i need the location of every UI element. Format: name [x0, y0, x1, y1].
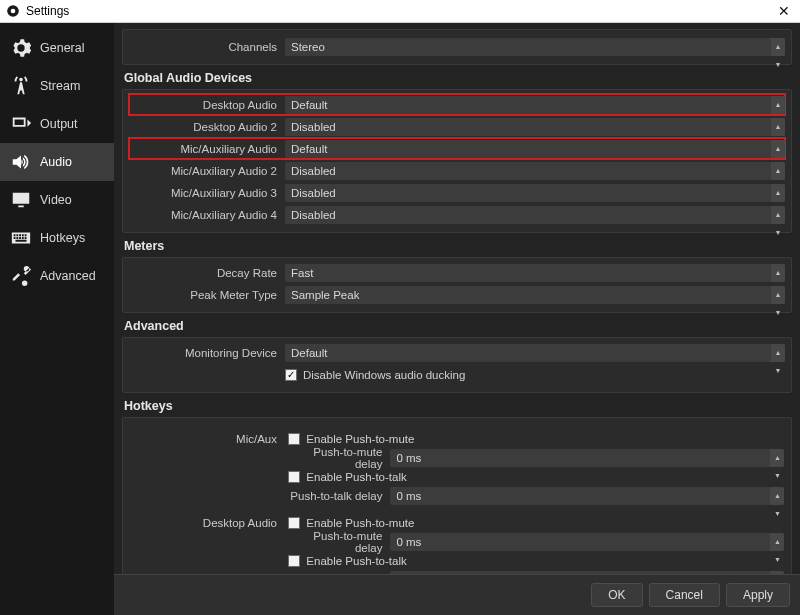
spin-control[interactable]: ▲▼	[770, 449, 784, 467]
mic-ptm-delay-field[interactable]: 0 ms ▲▼	[390, 449, 784, 467]
mic-aux-audio-4-row: Mic/Auxiliary Audio 4 Disabled ▲▼	[129, 204, 785, 225]
mic-ptt-delay-value: 0 ms	[396, 490, 421, 502]
sidebar-item-label: Output	[40, 117, 78, 131]
mic-ptt-delay-field[interactable]: 0 ms ▲▼	[390, 487, 784, 505]
ok-button[interactable]: OK	[591, 583, 642, 607]
desktop-audio-2-value: Disabled	[291, 121, 336, 133]
app-icon	[6, 4, 20, 18]
spin-control[interactable]: ▲▼	[771, 162, 785, 180]
desktop-audio-2-select[interactable]: Disabled ▲▼	[285, 118, 785, 136]
monitoring-device-value: Default	[291, 347, 327, 359]
cancel-button[interactable]: Cancel	[649, 583, 720, 607]
peak-meter-value: Sample Peak	[291, 289, 359, 301]
desk-ptm-delay-field[interactable]: 0 ms ▲▼	[390, 533, 784, 551]
meters-panel: Decay Rate Fast ▲▼ Peak Meter Type Sampl…	[122, 257, 792, 313]
sidebar-item-label: Hotkeys	[40, 231, 85, 245]
mic-aux-audio-value: Default	[291, 143, 327, 155]
mic-ptm-checkbox[interactable]: Enable Push-to-mute	[288, 433, 414, 445]
desk-ptt-delay-field[interactable]: 0 ms ▲▼	[390, 571, 784, 574]
spin-control[interactable]: ▲▼	[771, 140, 785, 158]
channels-value: Stereo	[291, 41, 325, 53]
mic-aux-audio-row: Mic/Auxiliary Audio Default ▲▼	[129, 138, 785, 159]
peak-meter-select[interactable]: Sample Peak ▲▼	[285, 286, 785, 304]
close-button[interactable]: ✕	[772, 3, 796, 19]
mic-aux-audio-3-label: Mic/Auxiliary Audio 3	[129, 187, 285, 199]
svg-point-1	[11, 9, 16, 14]
desk-ptt-checkbox[interactable]: Enable Push-to-talk	[288, 555, 406, 567]
spin-control[interactable]: ▲▼	[771, 286, 785, 304]
spin-control[interactable]: ▲▼	[771, 206, 785, 224]
hotkeys-group-label: Mic/Aux	[129, 430, 285, 448]
decay-rate-value: Fast	[291, 267, 313, 279]
ducking-label: Disable Windows audio ducking	[303, 369, 465, 381]
meters-title: Meters	[124, 239, 792, 253]
mic-aux-audio-4-value: Disabled	[291, 209, 336, 221]
mic-aux-audio-select[interactable]: Default ▲▼	[285, 140, 785, 158]
mic-ptt-checkbox[interactable]: Enable Push-to-talk	[288, 471, 406, 483]
spin-control[interactable]: ▲▼	[770, 487, 784, 505]
desktop-audio-label: Desktop Audio	[129, 99, 285, 111]
monitoring-device-select[interactable]: Default ▲▼	[285, 344, 785, 362]
hotkeys-panel: Mic/Aux Enable Push-to-mute Push-to-mute…	[122, 417, 792, 574]
channels-select[interactable]: Stereo ▲▼	[285, 38, 785, 56]
checkbox-box	[288, 517, 300, 529]
spin-control[interactable]: ▲▼	[771, 184, 785, 202]
window-title: Settings	[26, 4, 69, 18]
tools-icon	[10, 265, 32, 287]
desk-ptt-label: Enable Push-to-talk	[306, 555, 406, 567]
desktop-audio-select[interactable]: Default ▲▼	[285, 96, 785, 114]
sidebar-item-audio[interactable]: Audio	[0, 143, 114, 181]
desktop-audio-row: Desktop Audio Default ▲▼	[129, 94, 785, 115]
mic-aux-audio-label: Mic/Auxiliary Audio	[129, 143, 285, 155]
keyboard-icon	[10, 227, 32, 249]
checkbox-box	[288, 471, 300, 483]
decay-rate-select[interactable]: Fast ▲▼	[285, 264, 785, 282]
sidebar-item-output[interactable]: Output	[0, 105, 114, 143]
sidebar-item-video[interactable]: Video	[0, 181, 114, 219]
spin-control[interactable]: ▲▼	[771, 38, 785, 56]
checkbox-box	[288, 555, 300, 567]
spin-control[interactable]: ▲▼	[771, 96, 785, 114]
sidebar-item-advanced[interactable]: Advanced	[0, 257, 114, 295]
monitoring-device-label: Monitoring Device	[129, 347, 285, 359]
sidebar: General Stream Output Audio	[0, 23, 114, 615]
hotkeys-group-mic-aux: Mic/Aux Enable Push-to-mute Push-to-mute…	[129, 430, 785, 506]
sidebar-item-label: Audio	[40, 155, 72, 169]
desktop-audio-2-label: Desktop Audio 2	[129, 121, 285, 133]
mic-aux-audio-2-label: Mic/Auxiliary Audio 2	[129, 165, 285, 177]
sidebar-item-label: Advanced	[40, 269, 96, 283]
output-icon	[10, 113, 32, 135]
spin-control[interactable]: ▲▼	[770, 533, 784, 551]
mic-aux-audio-3-row: Mic/Auxiliary Audio 3 Disabled ▲▼	[129, 182, 785, 203]
checkbox-box: ✓	[285, 369, 297, 381]
sidebar-item-stream[interactable]: Stream	[0, 67, 114, 105]
sidebar-item-label: General	[40, 41, 84, 55]
desk-ptm-checkbox[interactable]: Enable Push-to-mute	[288, 517, 414, 529]
mic-ptm-label: Enable Push-to-mute	[306, 433, 414, 445]
desk-ptm-delay-value: 0 ms	[396, 536, 421, 548]
ducking-checkbox[interactable]: ✓ Disable Windows audio ducking	[285, 369, 465, 381]
spin-control[interactable]: ▲▼	[770, 571, 784, 574]
mic-aux-audio-2-select[interactable]: Disabled ▲▼	[285, 162, 785, 180]
hotkeys-group-label: Desktop Audio	[129, 514, 285, 532]
sidebar-item-label: Stream	[40, 79, 80, 93]
footer: OK Cancel Apply	[114, 574, 800, 615]
titlebar: Settings ✕	[0, 0, 800, 23]
spin-control[interactable]: ▲▼	[771, 344, 785, 362]
mic-ptm-delay-value: 0 ms	[396, 452, 421, 464]
desktop-audio-value: Default	[291, 99, 327, 111]
mic-aux-audio-3-select[interactable]: Disabled ▲▼	[285, 184, 785, 202]
sidebar-item-label: Video	[40, 193, 72, 207]
antenna-icon	[10, 75, 32, 97]
global-audio-panel: Desktop Audio Default ▲▼ Desktop Audio 2…	[122, 89, 792, 233]
mic-ptt-label: Enable Push-to-talk	[306, 471, 406, 483]
sidebar-item-hotkeys[interactable]: Hotkeys	[0, 219, 114, 257]
channels-label: Channels	[129, 41, 285, 53]
advanced-panel: Monitoring Device Default ▲▼ ✓ Disable W…	[122, 337, 792, 393]
sidebar-item-general[interactable]: General	[0, 29, 114, 67]
advanced-title: Advanced	[124, 319, 792, 333]
spin-control[interactable]: ▲▼	[771, 118, 785, 136]
spin-control[interactable]: ▲▼	[771, 264, 785, 282]
apply-button[interactable]: Apply	[726, 583, 790, 607]
mic-aux-audio-4-select[interactable]: Disabled ▲▼	[285, 206, 785, 224]
